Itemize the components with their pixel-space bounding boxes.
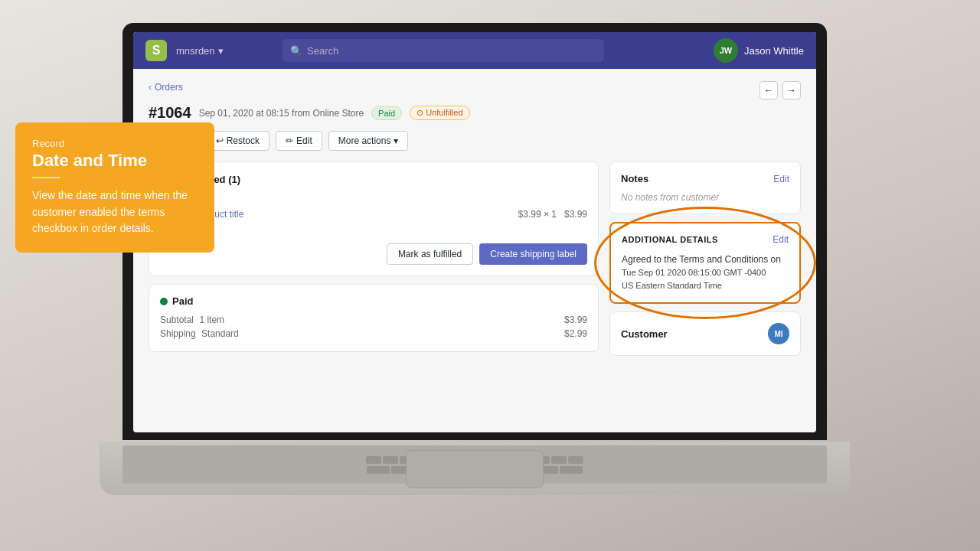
back-arrow-icon: ‹	[149, 82, 152, 93]
customer-avatar: MI	[768, 323, 789, 344]
key	[551, 456, 567, 464]
key	[391, 466, 407, 474]
unfulfilled-label: Unfulfilled	[426, 108, 462, 117]
overlay-card: Record Date and Time View the date and t…	[15, 122, 214, 253]
subtotal-line: Subtotal 1 item $3.99	[160, 313, 587, 327]
product-price: $3.99 × 1	[518, 209, 557, 220]
key	[568, 456, 583, 464]
breadcrumb-row: ‹ Orders ← →	[149, 81, 801, 99]
prev-order-button[interactable]: ←	[760, 81, 778, 99]
breadcrumb-orders: Orders	[155, 82, 183, 93]
search-icon: 🔍	[290, 45, 302, 57]
store-name-label: mnsrden	[176, 45, 215, 57]
customer-card: Customer MI	[609, 311, 801, 356]
additional-details-card: ADDITIONAL DETAILS Edit Agreed to the Te…	[609, 222, 801, 304]
nav-arrows: ← →	[760, 81, 801, 99]
prev-arrow-icon: ←	[764, 85, 773, 96]
two-column-layout: 1 Unfulfilled (1) 1	[149, 161, 801, 424]
laptop: S mnsrden ▾ 🔍 Search JW Jason Whittle	[122, 23, 858, 497]
search-bar[interactable]: 🔍 Search	[283, 39, 604, 62]
additional-date-line2: US Eastern Standard Time	[622, 279, 789, 292]
product-title[interactable]: Product title	[195, 209, 511, 220]
customer-title: Customer	[621, 328, 668, 340]
key	[560, 466, 583, 474]
order-header: #1064 Sep 01, 2020 at 08:15 from Online …	[149, 104, 801, 122]
fulfillment-actions: Mark as fulfilled Create shipping label	[160, 243, 587, 265]
additional-agreed-text: Agreed to the Terms and Conditions on	[622, 253, 789, 266]
shopify-logo-icon: S	[145, 40, 167, 61]
additional-details-edit-button[interactable]: Edit	[773, 234, 789, 245]
user-initials: JW	[720, 46, 733, 55]
additional-details-header: ADDITIONAL DETAILS Edit	[622, 234, 789, 245]
overlay-title: Date and Time	[32, 151, 198, 171]
edit-label: Edit	[296, 135, 312, 146]
subtotal-label: Subtotal 1 item	[160, 315, 224, 325]
product-row: 1 Product title $3.99 × 1	[160, 193, 587, 236]
overlay-divider	[32, 177, 60, 178]
notes-edit-button[interactable]: Edit	[773, 174, 789, 184]
key	[383, 456, 398, 464]
order-number: #1064	[149, 104, 191, 122]
search-placeholder: Search	[307, 45, 338, 57]
breadcrumb[interactable]: ‹ Orders	[149, 82, 183, 93]
unfulfilled-badge: ⊙ Unfulfilled	[410, 106, 469, 120]
toolbar: 🖨 Print ↩ Restock ✏ Edit More actions	[149, 131, 801, 151]
user-name: Jason Whittle	[744, 45, 804, 57]
notes-title: Notes	[621, 173, 648, 184]
next-arrow-icon: →	[787, 85, 796, 96]
additional-date-line1: Tue Sep 01 2020 08:15:00 GMT -0400	[622, 266, 789, 279]
paid-label: Paid	[172, 295, 193, 307]
user-badge: JW Jason Whittle	[714, 38, 804, 63]
additional-details-title: ADDITIONAL DETAILS	[622, 235, 718, 244]
edit-button[interactable]: ✏ Edit	[276, 131, 322, 151]
shipping-label: Shipping Standard	[160, 328, 239, 339]
shipping-value: $2.99	[564, 328, 587, 339]
next-order-button[interactable]: →	[782, 81, 801, 99]
restock-label: Restock	[227, 135, 260, 146]
key	[543, 466, 558, 474]
customer-header: Customer MI	[621, 323, 789, 344]
notes-placeholder: No notes from customer	[621, 192, 789, 203]
key	[366, 456, 381, 464]
paid-badge: Paid	[371, 106, 402, 120]
customer-initials: MI	[774, 330, 782, 338]
overlay-record-label: Record	[32, 138, 198, 149]
store-name[interactable]: mnsrden ▾	[176, 45, 224, 57]
user-avatar[interactable]: JW	[714, 38, 738, 63]
more-actions-label: More actions	[338, 135, 391, 146]
shipping-line: Shipping Standard $2.99	[160, 327, 587, 341]
key	[367, 466, 390, 474]
subtotal-value: $3.99	[564, 315, 587, 325]
main-content: ‹ Orders ← →	[133, 69, 816, 432]
product-total: $3.99	[564, 209, 587, 220]
paid-dot-icon	[160, 298, 168, 305]
order-meta: Sep 01, 2020 at 08:15 from Online Store	[199, 108, 364, 119]
payment-card: Paid Subtotal 1 item $3.99	[149, 284, 599, 352]
restock-button[interactable]: ↩ Restock	[206, 131, 270, 151]
payment-header: Paid	[160, 295, 587, 307]
create-shipping-label-button[interactable]: Create shipping label	[479, 243, 587, 265]
screen-bezel: S mnsrden ▾ 🔍 Search JW Jason Whittle	[122, 23, 827, 440]
notes-header: Notes Edit	[621, 173, 789, 184]
right-column: Notes Edit No notes from customer ADDITI…	[609, 161, 801, 424]
overlay-description: View the date and time when the customer…	[32, 187, 198, 237]
mark-fulfilled-button[interactable]: Mark as fulfilled	[387, 243, 473, 265]
unfulfilled-card: 1 Unfulfilled (1) 1	[149, 161, 599, 276]
more-actions-button[interactable]: More actions ▾	[328, 131, 409, 151]
screen-inner: S mnsrden ▾ 🔍 Search JW Jason Whittle	[133, 32, 816, 432]
dropdown-arrow-icon: ▾	[218, 45, 224, 57]
edit-icon: ✏	[286, 135, 293, 146]
shopify-ui: S mnsrden ▾ 🔍 Search JW Jason Whittle	[133, 32, 816, 432]
unfulfilled-card-header: 1 Unfulfilled (1)	[160, 173, 587, 185]
trackpad[interactable]	[406, 450, 544, 488]
left-column: 1 Unfulfilled (1) 1	[149, 161, 599, 424]
more-actions-arrow-icon: ▾	[394, 135, 398, 146]
additional-details-wrapper: ADDITIONAL DETAILS Edit Agreed to the Te…	[609, 222, 801, 304]
topnav: S mnsrden ▾ 🔍 Search JW Jason Whittle	[133, 32, 816, 69]
restock-icon: ↩	[216, 135, 224, 146]
notes-card: Notes Edit No notes from customer	[609, 161, 801, 214]
